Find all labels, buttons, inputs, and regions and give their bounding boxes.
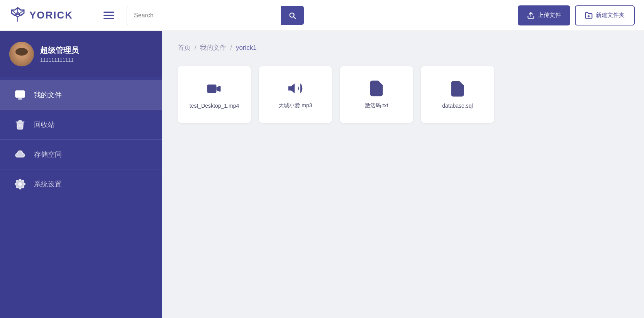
monitor-icon — [14, 89, 26, 101]
trash-icon — [14, 118, 26, 131]
avatar — [9, 42, 34, 66]
video-file-icon — [206, 80, 223, 97]
user-id: 111111111111 — [40, 57, 79, 63]
sidebar-item-settings[interactable]: 系统设置 — [0, 169, 162, 199]
main-content: 首页 / 我的文件 / yorick1 test_Desktop_1.mp4 — [162, 31, 644, 318]
body: 超级管理员 111111111111 我的文件 — [0, 31, 644, 318]
gear-icon — [14, 178, 26, 190]
txt-file-icon — [368, 80, 385, 97]
breadcrumb-home[interactable]: 首页 — [178, 43, 191, 52]
sidebar: 超级管理员 111111111111 我的文件 — [0, 31, 162, 318]
file-card-audio[interactable]: 大城小爱.mp3 — [259, 66, 332, 123]
breadcrumb-my-files[interactable]: 我的文件 — [200, 43, 226, 52]
search-button[interactable] — [281, 6, 304, 25]
file-name-audio: 大城小爱.mp3 — [278, 102, 312, 109]
sidebar-item-my-files-label: 我的文件 — [34, 90, 62, 100]
nav-list: 我的文件 回收站 — [0, 77, 162, 318]
new-folder-button[interactable]: 新建文件夹 — [575, 5, 635, 25]
user-details: 超级管理员 111111111111 — [40, 45, 79, 63]
file-card-txt[interactable]: 激活码.txt — [340, 66, 413, 123]
logo-area: YORICK — [9, 6, 94, 25]
user-info: 超级管理员 111111111111 — [0, 31, 162, 77]
logo-icon — [9, 6, 26, 25]
search-area — [127, 6, 304, 25]
sidebar-item-storage[interactable]: 存储空间 — [0, 140, 162, 169]
sidebar-item-storage-label: 存储空间 — [34, 150, 62, 159]
sql-file-icon — [449, 80, 466, 97]
upload-button[interactable]: 上传文件 — [518, 5, 570, 25]
breadcrumb-sep-2: / — [230, 44, 232, 51]
svg-marker-16 — [288, 83, 295, 93]
search-input[interactable] — [127, 6, 281, 25]
sidebar-item-recycle[interactable]: 回收站 — [0, 110, 162, 140]
file-card-video[interactable]: test_Desktop_1.mp4 — [178, 66, 251, 123]
menu-button[interactable] — [100, 8, 117, 22]
audio-file-icon — [287, 80, 304, 97]
svg-rect-11 — [15, 91, 24, 97]
file-name-txt: 激活码.txt — [365, 102, 388, 109]
file-card-sql[interactable]: database.sql — [421, 66, 494, 123]
file-grid: test_Desktop_1.mp4 大城小爱.mp3 — [178, 66, 629, 123]
breadcrumb-current: yorick1 — [236, 44, 257, 52]
file-name-video: test_Desktop_1.mp4 — [190, 103, 239, 109]
header: YORICK 上传文件 新建文件夹 — [0, 0, 644, 31]
logo-text: YORICK — [29, 9, 73, 21]
sidebar-item-recycle-label: 回收站 — [34, 120, 55, 129]
file-name-sql: database.sql — [442, 103, 473, 109]
sidebar-item-settings-label: 系统设置 — [34, 179, 62, 189]
cloud-icon — [14, 148, 26, 161]
svg-rect-15 — [207, 85, 217, 93]
user-name: 超级管理员 — [40, 45, 79, 56]
header-actions: 上传文件 新建文件夹 — [518, 5, 635, 25]
breadcrumb-sep-1: / — [195, 44, 196, 51]
breadcrumb: 首页 / 我的文件 / yorick1 — [178, 43, 629, 52]
sidebar-item-my-files[interactable]: 我的文件 — [0, 80, 162, 110]
